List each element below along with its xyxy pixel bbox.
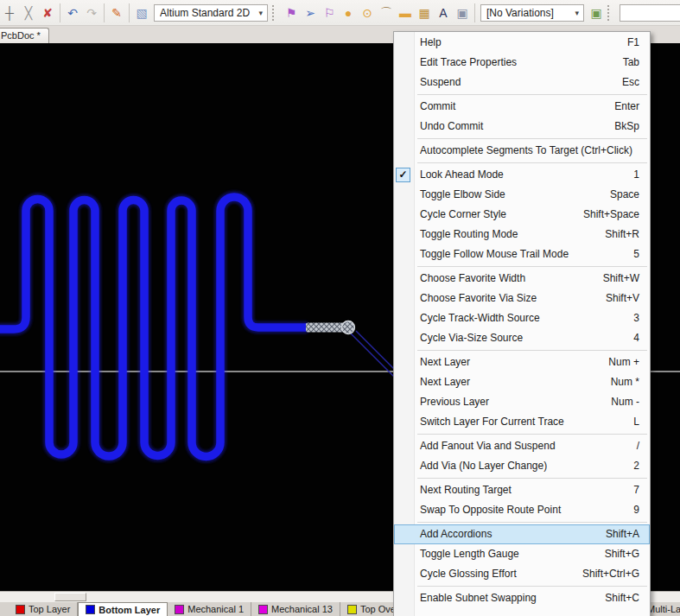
pencil-icon[interactable]: ✎ — [108, 4, 125, 22]
routing-cursor-pad[interactable] — [342, 321, 355, 334]
layer-color-swatch — [347, 605, 357, 614]
variant-select-value: [No Variations] — [486, 7, 572, 19]
menu-item-add-via-no-layer-change[interactable]: Add Via (No Layer Change)2 — [394, 456, 650, 476]
board-insight-icon[interactable]: ▧ — [133, 4, 150, 22]
break-track-icon[interactable]: ╳ — [20, 4, 37, 22]
layer-tab-label: Mechanical 13 — [271, 604, 333, 614]
menu-item-next-layer[interactable]: Next LayerNum + — [394, 352, 650, 372]
menu-item-choose-favorite-via-size[interactable]: Choose Favorite Via SizeShift+V — [394, 289, 650, 308]
menu-item-toggle-elbow-side[interactable]: Toggle Elbow SideSpace — [394, 185, 650, 205]
menu-item-suspend[interactable]: SuspendEsc — [394, 73, 650, 92]
layer-tab-top-layer[interactable]: Top Layer — [9, 602, 78, 616]
menu-item-swap-to-opposite-route-point[interactable]: Swap To Opposite Route Point9 — [394, 500, 650, 520]
layer-color-swatch — [86, 605, 95, 614]
menu-item-next-routing-target[interactable]: Next Routing Target7 — [394, 480, 650, 500]
menu-item-cycle-glossing-effort[interactable]: Cycle Glossing EffortShift+Ctrl+G — [394, 564, 650, 584]
menu-item-label: Toggle Routing Mode — [420, 225, 596, 244]
menu-item-label: Autocomplete Segments To Target (Ctrl+Cl… — [420, 141, 632, 161]
menu-item-edit-trace-properties[interactable]: Edit Trace PropertiesTab — [394, 53, 650, 73]
via-icon[interactable]: ⊙ — [359, 4, 376, 22]
layer-tab-mechanical-13[interactable]: Mechanical 13 — [251, 602, 340, 616]
menu-item-commit[interactable]: CommitEnter — [394, 97, 650, 117]
menu-item-help[interactable]: HelpF1 — [394, 33, 650, 53]
extra-select[interactable]: ▾ — [620, 4, 680, 22]
toolbar-separator — [474, 3, 475, 22]
menu-item-add-fanout-via-and-suspend[interactable]: Add Fanout Via and Suspend/ — [394, 436, 650, 456]
menu-item-cycle-corner-style[interactable]: Cycle Corner StyleShift+Space — [394, 205, 650, 225]
menu-item-label: Add Fanout Via and Suspend — [420, 436, 628, 456]
multi-route-icon[interactable]: ➢ — [302, 4, 319, 22]
menu-separator — [417, 94, 647, 95]
menu-item-autocomplete-segments-to-target-ctrl-click[interactable]: Autocomplete Segments To Target (Ctrl+Cl… — [394, 141, 650, 161]
menu-separator — [417, 138, 647, 139]
document-tab[interactable]: PcbDoc * — [0, 28, 49, 43]
layer-tab-label: Multi-Layer — [647, 604, 680, 614]
menu-item-shortcut: Shift+C — [596, 588, 639, 608]
layer-tab-bottom-layer[interactable]: Bottom Layer — [78, 602, 168, 616]
interactive-routing-icon[interactable]: ⚑ — [283, 4, 300, 22]
diff-pair-routing-icon[interactable]: ⚐ — [321, 4, 338, 22]
variant-select[interactable]: [No Variations]▾ — [480, 4, 584, 22]
menu-item-toggle-follow-mouse-trail-mode[interactable]: Toggle Follow Mouse Trail Mode5 — [394, 244, 650, 264]
horizontal-scrollbar-thumb[interactable] — [54, 593, 86, 601]
crosshair-icon[interactable]: ┼ — [1, 4, 18, 22]
delete-segment-icon[interactable]: ✘ — [39, 4, 56, 22]
pad-icon[interactable]: ● — [340, 4, 357, 22]
view-configuration-select[interactable]: Altium Standard 2D▾ — [154, 4, 268, 22]
pad-array-icon[interactable]: ▦ — [416, 4, 433, 22]
menu-item-undo-commit[interactable]: Undo CommitBkSp — [394, 117, 650, 137]
component-icon[interactable]: ▣ — [454, 4, 471, 22]
menu-item-toggle-routing-mode[interactable]: Toggle Routing ModeShift+R — [394, 225, 650, 244]
menu-item-label: Commit — [420, 97, 606, 117]
menu-item-shortcut: Space — [601, 185, 639, 205]
menu-item-next-layer[interactable]: Next LayerNum * — [394, 372, 650, 392]
menu-separator — [417, 266, 647, 267]
layer-color-swatch — [16, 605, 25, 614]
menu-item-shortcut: Shift+V — [597, 289, 639, 308]
redo-icon[interactable]: ↷ — [83, 4, 100, 22]
menu-item-add-accordions[interactable]: Add AccordionsShift+A — [394, 524, 650, 544]
toolbar-separator — [129, 3, 130, 22]
dropdown-arrow-icon[interactable]: ▾ — [572, 9, 581, 17]
string-icon[interactable]: A — [435, 4, 452, 22]
menu-separator — [417, 162, 647, 163]
menu-item-previous-layer[interactable]: Previous LayerNum - — [394, 392, 650, 412]
menu-item-label: Next Layer — [420, 372, 602, 392]
menu-item-shortcut: Esc — [613, 73, 639, 92]
undo-icon[interactable]: ↶ — [64, 4, 81, 22]
menu-item-switch-layer-for-current-trace[interactable]: Switch Layer For Current TraceL — [394, 412, 650, 432]
menu-separator — [417, 350, 647, 351]
menu-item-shortcut: F1 — [619, 33, 639, 53]
menu-item-cycle-via-size-source[interactable]: Cycle Via-Size Source4 — [394, 328, 650, 348]
fill-icon[interactable]: ▬ — [397, 4, 414, 22]
menu-item-shortcut: 1 — [625, 165, 639, 185]
menu-separator — [417, 434, 647, 435]
layer-tab-label: Mechanical 1 — [187, 604, 244, 614]
menu-item-cycle-track-width-source[interactable]: Cycle Track-Width Source3 — [394, 308, 650, 328]
menu-item-shortcut: Shift+W — [594, 269, 639, 289]
dropdown-arrow-icon[interactable]: ▾ — [256, 9, 265, 17]
menu-item-label: Suspend — [420, 73, 613, 92]
uncommitted-segment[interactable] — [306, 323, 346, 333]
document-tab-label: PcbDoc * — [1, 30, 41, 41]
toolbar-separator — [104, 3, 105, 22]
menu-item-label: Cycle Via-Size Source — [420, 328, 625, 348]
menu-item-enable-subnet-swapping[interactable]: Enable Subnet SwappingShift+C — [394, 588, 650, 608]
accordion-trace[interactable] — [0, 197, 308, 457]
arc-icon[interactable]: ⌒ — [378, 4, 395, 22]
variant-manager-icon[interactable]: ▣ — [588, 4, 605, 22]
menu-item-choose-favorite-width[interactable]: Choose Favorite WidthShift+W — [394, 269, 650, 289]
menu-item-label: Edit Trace Properties — [420, 53, 614, 73]
routing-context-menu: HelpF1Edit Trace PropertiesTabSuspendEsc… — [393, 31, 651, 616]
menu-item-shortcut: Shift+Space — [575, 205, 639, 225]
menu-item-toggle-length-gauge[interactable]: Toggle Length GaugeShift+G — [394, 544, 650, 564]
menu-item-shortcut: 7 — [625, 480, 639, 500]
layer-tab-mechanical-1[interactable]: Mechanical 1 — [168, 602, 251, 616]
layer-color-swatch — [175, 605, 184, 614]
menu-item-shortcut: Num - — [602, 392, 639, 412]
menu-item-shortcut: Num * — [602, 372, 639, 392]
menu-item-look-ahead-mode[interactable]: ✓Look Ahead Mode1 — [394, 165, 650, 185]
menu-item-shortcut: Enter — [606, 97, 639, 117]
menu-item-label: Previous Layer — [420, 392, 602, 412]
menu-item-shortcut: / — [628, 436, 639, 456]
